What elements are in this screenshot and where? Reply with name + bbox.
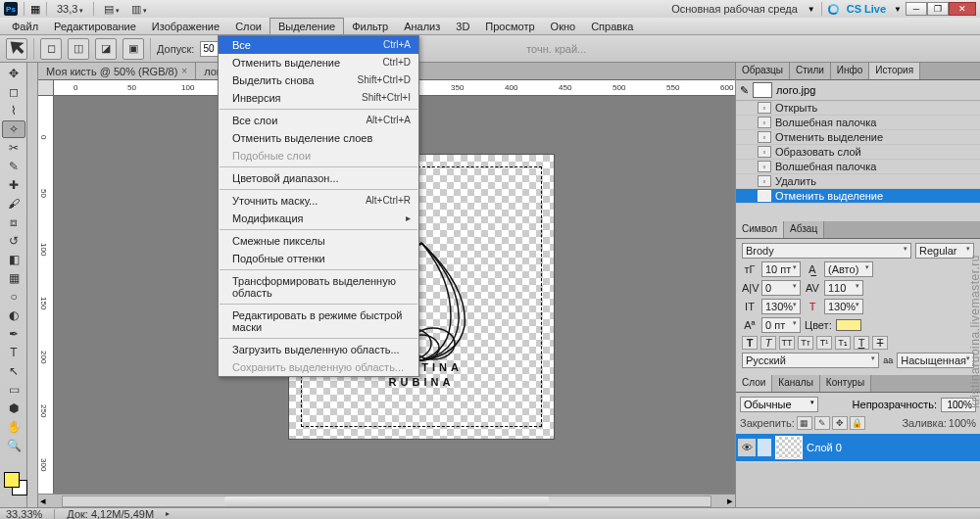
menu-help[interactable]: Справка: [583, 18, 641, 34]
visibility-toggle-icon[interactable]: 👁: [738, 439, 756, 456]
healing-tool-icon[interactable]: ✚: [2, 176, 25, 194]
arrange-icon[interactable]: ▦: [30, 3, 40, 16]
layer-row[interactable]: 👁 Слой 0: [736, 434, 980, 461]
history-step[interactable]: ▫Волшебная палочка: [736, 116, 980, 130]
history-snapshot[interactable]: ✎ лого.jpg: [736, 80, 980, 101]
menu-window[interactable]: Окно: [543, 18, 584, 34]
fill-input[interactable]: 100%: [949, 417, 976, 429]
move-tool-icon[interactable]: ✥: [2, 65, 25, 82]
tab-history[interactable]: История: [869, 63, 920, 79]
subscript-button[interactable]: T₁: [835, 336, 851, 350]
menu-select[interactable]: Выделение: [270, 18, 344, 34]
history-step[interactable]: ▫Удалить: [736, 174, 980, 189]
menu-deselect-layers[interactable]: Отменить выделение слоев: [219, 129, 418, 147]
blur-tool-icon[interactable]: ○: [2, 288, 25, 306]
type-tool-icon[interactable]: T: [2, 344, 25, 361]
history-step[interactable]: ▫Волшебная палочка: [736, 160, 980, 174]
maximize-button[interactable]: ❐: [927, 2, 949, 16]
tab-character[interactable]: Символ: [736, 221, 784, 238]
lasso-tool-icon[interactable]: ⌇: [2, 102, 25, 119]
underline-button[interactable]: T: [854, 336, 869, 350]
font-family-select[interactable]: Brody: [742, 243, 911, 259]
superscript-button[interactable]: T¹: [816, 336, 832, 350]
italic-button[interactable]: T: [760, 336, 776, 350]
menu-analysis[interactable]: Анализ: [396, 18, 448, 34]
menu-3d[interactable]: 3D: [448, 18, 477, 34]
smallcaps-button[interactable]: Tт: [798, 336, 813, 350]
menu-reselect[interactable]: Выделить сноваShift+Ctrl+D: [219, 71, 418, 89]
allcaps-button[interactable]: TT: [779, 336, 795, 350]
menu-color-range[interactable]: Цветовой диапазон...: [219, 169, 418, 187]
tab-styles[interactable]: Стили: [790, 63, 831, 79]
menu-select-all[interactable]: ВсеCtrl+A: [219, 36, 418, 54]
tab-channels[interactable]: Каналы: [772, 375, 820, 392]
font-weight-select[interactable]: Regular: [915, 243, 974, 259]
tab-paths[interactable]: Контуры: [820, 375, 871, 392]
antialiasing-select[interactable]: Насыщенная: [897, 353, 974, 368]
fg-color-swatch[interactable]: [4, 472, 20, 488]
lock-pos-icon[interactable]: ✥: [832, 416, 848, 430]
lock-all-icon[interactable]: 🔒: [850, 416, 865, 430]
path-tool-icon[interactable]: ↖: [2, 362, 25, 380]
tool-preset[interactable]: [6, 38, 27, 60]
kerning-input[interactable]: 0: [761, 280, 801, 296]
lock-trans-icon[interactable]: ▦: [797, 416, 812, 430]
stamp-tool-icon[interactable]: ⧈: [2, 213, 25, 231]
dodge-tool-icon[interactable]: ◐: [2, 307, 25, 324]
view-extras-icon[interactable]: ▤: [100, 2, 123, 17]
menu-layer[interactable]: Слои: [227, 18, 270, 34]
ruler-origin[interactable]: [38, 80, 54, 96]
tab-paragraph[interactable]: Абзац: [784, 221, 824, 238]
hand-tool-icon[interactable]: ✋: [2, 418, 25, 436]
menu-modify[interactable]: Модификация▸: [219, 210, 418, 227]
menu-all-layers[interactable]: Все слоиAlt+Ctrl+A: [219, 112, 418, 129]
sel-new-icon[interactable]: ◻: [40, 38, 62, 60]
screen-mode-icon[interactable]: ▥: [127, 2, 151, 17]
sel-add-icon[interactable]: ◫: [68, 38, 89, 60]
menu-filter[interactable]: Фильтр: [344, 18, 396, 34]
language-select[interactable]: Русский: [742, 353, 879, 368]
menu-deselect[interactable]: Отменить выделениеCtrl+D: [219, 54, 418, 71]
strike-button[interactable]: T: [872, 336, 888, 350]
menu-grow[interactable]: Смежные пикселы: [219, 232, 418, 250]
zoom-level[interactable]: 33,3: [53, 2, 87, 16]
marquee-tool-icon[interactable]: ◻: [2, 83, 25, 101]
zoom-status[interactable]: 33,33%: [6, 508, 42, 520]
3d-tool-icon[interactable]: ⬢: [2, 400, 25, 417]
leading-input[interactable]: (Авто): [824, 261, 873, 277]
menu-edit[interactable]: Редактирование: [46, 18, 144, 34]
menu-image[interactable]: Изображение: [144, 18, 227, 34]
lock-pixels-icon[interactable]: ✎: [814, 416, 830, 430]
close-icon[interactable]: ×: [181, 66, 187, 76]
hscale-input[interactable]: 130%: [824, 299, 863, 314]
tracking-input[interactable]: 110: [824, 280, 863, 296]
font-size-input[interactable]: 10 пт: [761, 261, 801, 277]
history-step[interactable]: ▫Отменить выделение: [736, 130, 980, 145]
eyedropper-tool-icon[interactable]: ✎: [2, 158, 25, 175]
history-step[interactable]: ▫Открыть: [736, 101, 980, 116]
brush-tool-icon[interactable]: 🖌: [2, 195, 25, 212]
ruler-vertical[interactable]: 050100150200250300: [38, 96, 54, 494]
sel-int-icon[interactable]: ▣: [122, 38, 144, 60]
history-step[interactable]: ▫Образовать слой: [736, 145, 980, 160]
crop-tool-icon[interactable]: ✂: [2, 139, 25, 157]
color-picker[interactable]: [2, 470, 24, 505]
tab-swatches[interactable]: Образцы: [736, 63, 790, 79]
collapsed-panel-dock[interactable]: [27, 63, 38, 507]
canvas-scrollbar-h[interactable]: ◂▸: [38, 494, 735, 507]
doc-tab[interactable]: Моя кисть @ 50% (RGB/8)×: [38, 63, 196, 79]
menu-similar[interactable]: Подобные оттенки: [219, 250, 418, 267]
tab-info[interactable]: Инфо: [831, 63, 870, 79]
tab-layers[interactable]: Слои: [736, 375, 772, 392]
gradient-tool-icon[interactable]: ▦: [2, 269, 25, 287]
sel-sub-icon[interactable]: ◪: [95, 38, 117, 60]
vscale-input[interactable]: 130%: [761, 299, 801, 314]
menu-load-sel[interactable]: Загрузить выделенную область...: [219, 341, 418, 358]
bold-button[interactable]: T: [742, 336, 758, 350]
history-step[interactable]: ▫Отменить выделение: [736, 189, 980, 204]
zoom-tool-icon[interactable]: 🔍: [2, 437, 25, 454]
cslive-icon[interactable]: [828, 4, 839, 15]
menu-transform-sel[interactable]: Трансформировать выделенную область: [219, 272, 418, 302]
text-color-swatch[interactable]: [836, 319, 861, 331]
menu-file[interactable]: Файл: [4, 18, 46, 34]
